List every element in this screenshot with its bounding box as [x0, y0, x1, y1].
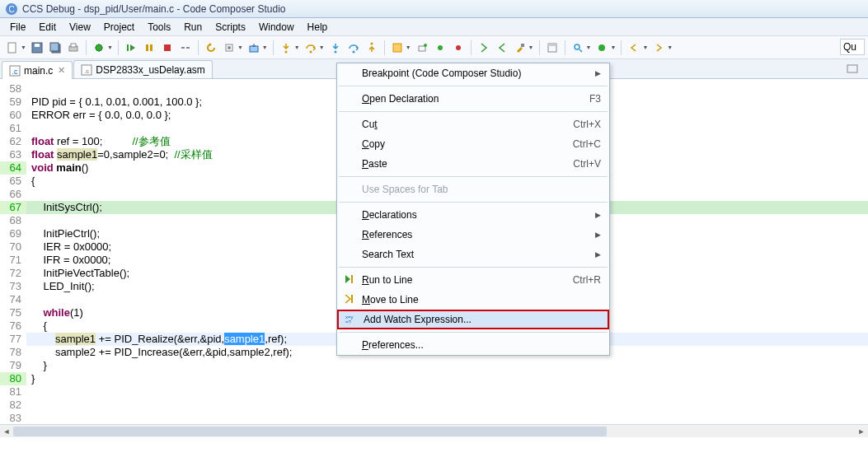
resume-icon[interactable] — [124, 40, 138, 55]
search-icon[interactable] — [570, 40, 585, 55]
svg-text:=?: =? — [345, 319, 352, 324]
context-menu-item-search-text[interactable]: Search Text▶ — [337, 245, 609, 264]
quick-access-search[interactable] — [840, 39, 865, 55]
asm-step-into-icon[interactable] — [328, 40, 343, 55]
svg-rect-36 — [847, 65, 857, 72]
menu-project[interactable]: Project — [97, 20, 141, 35]
pause-icon[interactable] — [142, 40, 157, 55]
svg-rect-12 — [150, 44, 152, 51]
context-menu-item-move-to-line[interactable]: Move to Line — [337, 290, 609, 310]
code-line[interactable]: } — [26, 359, 868, 372]
window-title: CCS Debug - dsp_pid/User/main.c - Code C… — [22, 3, 285, 15]
context-menu-item-preferences[interactable]: Preferences... — [337, 335, 609, 355]
tab-asm[interactable]: .s DSP2833x_usDelay.asm — [73, 60, 213, 78]
save-icon[interactable] — [30, 40, 45, 55]
code-line[interactable] — [26, 412, 868, 425]
scroll-right-icon[interactable]: ► — [855, 425, 868, 437]
context-menu-item-references[interactable]: References▶ — [337, 225, 609, 245]
context-menu-item-breakpoint-code-composer-studio[interactable]: Breakpoint (Code Composer Studio)▶ — [337, 63, 609, 83]
menu-shortcut: Ctrl+R — [573, 274, 601, 286]
context-menu-item-cut[interactable]: CutCtrl+X — [337, 114, 609, 134]
watch-icon: x=y=? — [344, 313, 357, 326]
svg-rect-24 — [393, 44, 401, 52]
separator — [621, 40, 622, 55]
step-into-line-icon[interactable] — [476, 40, 491, 55]
save-all-icon[interactable] — [48, 40, 63, 55]
menu-tools[interactable]: Tools — [141, 20, 177, 35]
disconnected-icon[interactable] — [451, 40, 466, 55]
context-menu-item-copy[interactable]: CopyCtrl+C — [337, 134, 609, 154]
code-line[interactable] — [26, 399, 868, 412]
debug-views-icon[interactable] — [594, 40, 609, 55]
context-menu-item-paste[interactable]: PasteCtrl+V — [337, 154, 609, 174]
code-line[interactable] — [26, 385, 868, 399]
line-number: 62 — [0, 135, 26, 148]
line-number: 69 — [0, 227, 26, 240]
toggle-mark-icon[interactable] — [390, 40, 405, 55]
debug-icon[interactable] — [91, 40, 106, 55]
new-icon[interactable] — [5, 40, 20, 55]
stop-icon[interactable] — [160, 40, 175, 55]
context-menu-item-run-to-line[interactable]: Run to LineCtrl+R — [337, 270, 609, 290]
context-menu-item-add-watch-expression[interactable]: x=y=?Add Watch Expression... — [337, 310, 609, 329]
submenu-arrow-icon: ▶ — [595, 211, 601, 219]
separator — [384, 40, 385, 55]
horizontal-scrollbar[interactable]: ◄ ► — [0, 424, 868, 437]
line-number: 77 — [0, 333, 26, 346]
svg-point-20 — [309, 50, 312, 53]
svg-rect-15 — [186, 47, 190, 49]
svg-text:.s: .s — [84, 68, 89, 75]
disconnect-icon[interactable] — [178, 40, 193, 55]
context-menu-item-declarations[interactable]: Declarations▶ — [337, 205, 609, 225]
step-over-icon[interactable] — [303, 40, 318, 55]
cpu-reset-icon[interactable] — [222, 40, 237, 55]
menu-help[interactable]: Help — [301, 20, 335, 35]
c-file-icon: .c — [9, 65, 21, 77]
quick-access-input[interactable] — [840, 39, 865, 55]
scrollbar-thumb[interactable] — [13, 427, 607, 436]
print-icon[interactable] — [66, 40, 81, 55]
menu-bar: File Edit View Project Tools Run Scripts… — [0, 18, 868, 36]
tab-label: DSP2833x_usDelay.asm — [96, 64, 205, 76]
forward-icon[interactable] — [651, 40, 666, 55]
line-number: 59 — [0, 96, 26, 109]
asm-step-over-icon[interactable] — [346, 40, 361, 55]
close-tab-icon[interactable]: ✕ — [58, 65, 65, 76]
step-into-icon[interactable] — [279, 40, 293, 55]
svg-point-19 — [284, 50, 287, 53]
svg-rect-13 — [164, 44, 171, 51]
menu-item-label: Breakpoint (Code Composer Studio) — [362, 68, 595, 79]
svg-point-21 — [334, 50, 336, 53]
svg-point-17 — [228, 46, 231, 49]
hammer-icon[interactable] — [513, 40, 528, 55]
back-icon[interactable] — [626, 40, 641, 55]
menu-run[interactable]: Run — [177, 20, 209, 35]
menu-scripts[interactable]: Scripts — [209, 20, 252, 35]
run-to-line-icon — [342, 273, 355, 287]
menu-item-label: Run to Line — [362, 274, 573, 286]
views-icon[interactable] — [545, 40, 560, 55]
restart-icon[interactable] — [204, 40, 218, 55]
tab-main-c[interactable]: .c main.c ✕ — [2, 61, 73, 79]
new-target-icon[interactable] — [415, 40, 429, 55]
reload-icon[interactable] — [246, 40, 261, 55]
menu-file[interactable]: File — [3, 20, 32, 35]
line-number: 67 — [0, 201, 26, 214]
code-line[interactable]: } — [26, 372, 868, 385]
menu-item-label: Preferences... — [362, 339, 601, 351]
svg-rect-10 — [127, 44, 129, 51]
svg-text:.c: .c — [12, 68, 18, 76]
svg-point-22 — [352, 50, 354, 53]
menu-separator — [339, 332, 608, 333]
maximize-editor-icon[interactable] — [847, 63, 858, 77]
separator — [273, 40, 274, 55]
scroll-left-icon[interactable]: ◄ — [0, 425, 13, 437]
menu-edit[interactable]: Edit — [32, 20, 63, 35]
menu-window[interactable]: Window — [252, 20, 301, 35]
context-menu-item-open-declaration[interactable]: Open DeclarationF3 — [337, 89, 609, 109]
step-return-2-icon[interactable] — [495, 40, 509, 55]
menu-view[interactable]: View — [63, 20, 97, 35]
connected-icon[interactable] — [433, 40, 448, 55]
menu-shortcut: Ctrl+V — [573, 158, 601, 170]
step-return-icon[interactable] — [364, 40, 379, 55]
